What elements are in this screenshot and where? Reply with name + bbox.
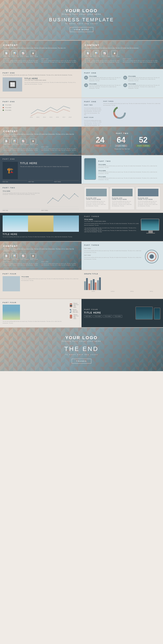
p3-body2: You can text anything with the desc you …	[84, 257, 141, 260]
social-part-label: PART FOUR	[2, 302, 68, 304]
tower-p2: PART TWO	[28, 180, 53, 182]
legend-dot-2	[2, 107, 4, 108]
phone-part-label: PART TWO	[98, 160, 160, 162]
two-text-col-body-2: You can text anything with the desc you …	[84, 120, 102, 126]
thanks-button[interactable]: THANKS	[72, 359, 92, 364]
bar-lbl-4: 4thPart	[142, 291, 160, 292]
svg-point-12	[74, 193, 75, 194]
chart-left-col: PART ONE TITLE HERE TITLE HERE TITLE HER…	[0, 98, 82, 126]
tablet-mockup	[136, 306, 153, 320]
card-title-3b: YOUR TITLE HERE	[138, 199, 158, 200]
content-3-panel: CONTENT You can text anything with the d…	[0, 242, 82, 270]
card-desc-1: You can text anything with the desc you …	[86, 201, 107, 207]
tablet-phone-mockups	[136, 306, 160, 320]
part-one-content: 🔲 TITLE HERE YOU CAN TEXT SOMETHING HERE…	[2, 78, 79, 95]
phone-col: PART TWO TITLE HERE You can text anythin…	[82, 156, 163, 184]
pie-chart-svg	[103, 106, 136, 119]
imac-part-label: PART THREE	[84, 216, 160, 218]
tower-phone-row: PART ONE 🏗️ TITLE HERE The aim of it ref…	[0, 156, 163, 184]
bar-lbl-2: 2ndPart	[104, 291, 122, 292]
tower-text: TITLE HERE The aim of it refers to the i…	[20, 162, 79, 179]
social-icon-play: ▶	[70, 309, 71, 313]
r-icon-label-2: PART TWO	[93, 56, 100, 57]
p4-desc: You can text anything with the desc you …	[21, 278, 79, 281]
c3-box-2: 📊	[12, 254, 18, 258]
part-col-1: PART ONE You can text anything with the …	[3, 58, 40, 63]
beach-sky	[2, 216, 28, 232]
c3-pt-1: PART ONE	[3, 261, 40, 262]
num-content-3: TITLE HERE You can text anything with th…	[89, 83, 122, 89]
part-one-row1: PART ONE You can text anything with the …	[0, 69, 163, 98]
pt2-title: TITLE HERE	[2, 190, 45, 192]
c2-part-1: PART ONE You can text anything with the …	[3, 146, 40, 151]
part-one-text: TITLE HERE YOU CAN TEXT SOMETHING HERE Y…	[24, 78, 79, 95]
content-left-panel: CONTENT You can text anything with the d…	[0, 41, 82, 69]
icon-box-1: 📄	[3, 51, 9, 56]
p3-left-text: PART THREE You can text anything with th…	[84, 248, 141, 270]
two-text-col-title-2: PART FOUR	[84, 117, 102, 118]
imac-base	[146, 233, 155, 234]
bar-1b	[86, 278, 88, 290]
chart-r-body: You can text anything with the desc you …	[103, 103, 160, 106]
p4-left-col: PART FOUR TITLE HERE You can text anythi…	[0, 270, 82, 298]
num-desc-2: You can text anything with the desc you …	[128, 77, 160, 82]
c2-pt-2: PART TWO	[41, 146, 78, 148]
content-numbers-row: CONTENT You can text anything with the d…	[0, 127, 163, 155]
pt2-chart-row: TITLE HERE You can text anything with th…	[2, 190, 79, 208]
part-one-numbers-col: PART ONE 01 TITLE HERE You can text anyt…	[82, 69, 163, 98]
content-2-icons: 📄 PART ONE 📊 PART TWO 📈 PART THREE 📋 PAR…	[3, 139, 78, 145]
chart-r-part-three: PART THREE	[103, 101, 160, 102]
bar-2a	[88, 284, 90, 290]
pt2-chart-svg	[46, 190, 79, 208]
bar-chart-area	[84, 277, 160, 290]
view-more-button[interactable]: VIEW MORE	[70, 27, 94, 32]
chart-title: GRAPH TITLE	[84, 273, 160, 275]
part-one-image-col: PART ONE You can text anything with the …	[0, 69, 82, 98]
part-one-desc: You can text anything with the desc you …	[2, 74, 79, 76]
content-3-desc: You can text anything with the desc you …	[3, 248, 78, 252]
content-desc-left: You can text anything with the desc you …	[3, 47, 78, 49]
c3-icon-1: 📄 PART ONE	[3, 254, 10, 260]
part-title-2: PART TWO	[41, 58, 78, 60]
num-content-1: TITLE HERE You can text anything with th…	[89, 76, 122, 82]
c2-part-2: PART TWO You can text anything with the …	[41, 146, 78, 151]
numbers-right: PART TWO 24 PART ONE 64 PART TWO 52 PART…	[82, 127, 163, 155]
card-desc-2: You can text anything with the desc you …	[112, 201, 132, 207]
small-phone-mockup	[154, 308, 160, 320]
bar-1a	[84, 281, 86, 290]
chart-part-label: PART ONE	[2, 101, 20, 102]
line-chart-area: 2012 2013 2014 2015 2016 2017 2018	[22, 101, 79, 124]
legend-dot-3	[2, 110, 4, 111]
tower-desc: The aim of it refers to the intent part …	[20, 166, 79, 168]
imac-you-can: YOU CAN TEXT SOMETHING HERE	[84, 221, 139, 222]
content-parts-left: PART ONE You can text anything with the …	[3, 58, 78, 63]
legend-text-1: TITLE HERE	[5, 104, 11, 106]
num-content-2: TITLE HERE You can text anything with th…	[128, 76, 160, 82]
num-desc-1: You can text anything with the desc you …	[89, 77, 122, 82]
imac-screen	[141, 219, 159, 231]
numbered-grid: 01 TITLE HERE You can text anything with…	[84, 76, 160, 89]
content-desc-right: You can text anything with the desc you …	[85, 47, 160, 49]
device-showcase: PART FOUR TITLE HERE PART ONE TITLE HERE…	[82, 299, 163, 327]
r-icon-item-3: 📈 PART THREE	[102, 51, 110, 57]
numbers-geo	[82, 127, 163, 155]
c2-lbl-4: PART FOUR	[30, 144, 38, 145]
r-part-text-3: You can text anything with the desc you …	[85, 60, 122, 63]
part-title-1: PART ONE	[3, 58, 40, 60]
p3-t1: PART THREE	[84, 248, 141, 249]
legend-text-2: TITLE HERE	[5, 107, 11, 108]
bar-grp-4	[97, 278, 101, 290]
num-item-1: 01 TITLE HERE You can text anything with…	[84, 76, 122, 82]
svg-text:2013: 2013	[36, 116, 40, 118]
p4-left-content: TITLE HERE You can text anything with th…	[2, 276, 79, 291]
c3-ptxt-2: You can text anything with the desc you …	[41, 263, 78, 266]
p4-left-slide: PART FOUR TITLE HERE You can text anythi…	[0, 270, 82, 298]
num-desc-4: You can text anything with the desc you …	[128, 84, 160, 89]
r-icon-label-4: PART FOUR	[112, 56, 120, 57]
p3-label: PART THREE	[84, 244, 160, 246]
r-icon-label-1: PART ONE	[85, 56, 92, 57]
r-icon-box-1: 📄	[85, 51, 91, 56]
icon-box-2: 📊	[12, 51, 18, 56]
p3-svg	[143, 248, 160, 270]
c2-lbl-3: PART THREE	[20, 144, 29, 145]
